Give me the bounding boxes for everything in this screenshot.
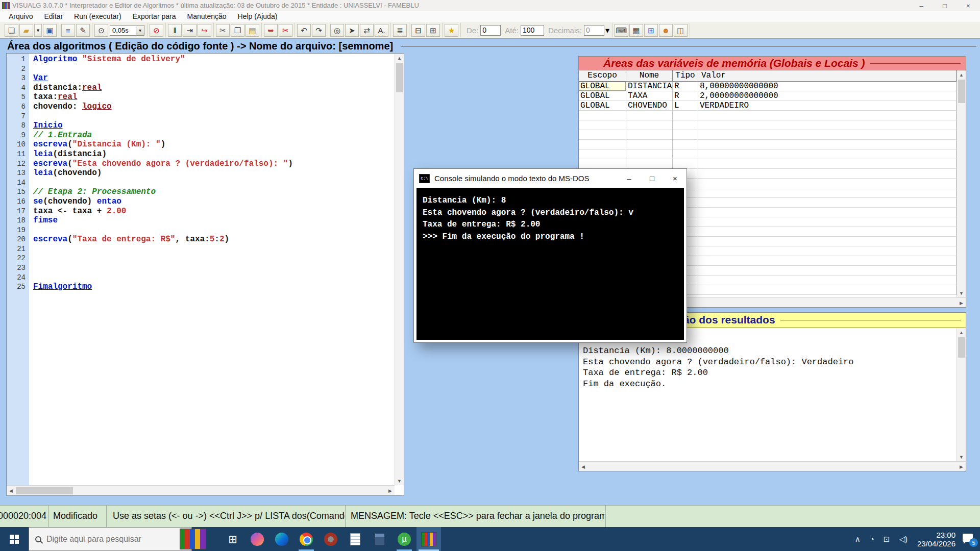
wizard-button[interactable]: ★ [445,24,458,37]
scroll-right-icon[interactable]: ▶ [386,486,395,495]
paste-icon: ▤ [249,27,256,34]
scroll-up-icon[interactable]: ▲ [957,70,966,79]
taskbar-app-browser-red[interactable] [318,527,343,551]
titlebar: VISUALG 3.0.7.0 * Interpretador e Editor… [0,0,980,11]
tray-expand-chevron-icon[interactable]: ∧ [855,535,861,544]
command-list-button[interactable]: ≣ [393,24,407,37]
replace-button[interactable]: ⇄ [360,24,374,37]
editor-vertical-scrollbar[interactable]: ▲ ▼ [395,54,404,485]
paste-button[interactable]: ▤ [246,24,259,37]
variables-vertical-scrollbar[interactable]: ▲ ▼ [957,70,966,297]
edit-source-button[interactable]: ✎ [76,24,90,37]
match-case-button[interactable]: A. [375,24,388,37]
scroll-thumb[interactable] [16,487,73,494]
show-report-button[interactable]: ≡ [61,24,75,37]
scroll-left-icon[interactable]: ◀ [579,462,587,471]
ate-input[interactable] [521,25,544,36]
decimais-dropdown-icon[interactable]: ▾ [605,26,609,35]
console-maximize-button[interactable]: □ [641,169,664,188]
taskbar-search[interactable] [29,527,192,551]
open-file-button[interactable]: ▰ [19,24,33,37]
step-execution-button[interactable]: ⇥ [183,24,197,37]
status-modified: Modificado [49,506,107,527]
export-button[interactable]: ➥ [264,24,278,37]
visualg-books-icon[interactable] [180,529,206,549]
code-line: 8Inicio [7,121,395,131]
undo-button[interactable]: ↶ [297,24,311,37]
copy-button[interactable]: ❐ [231,24,244,37]
console-titlebar[interactable]: C:\ Console simulando o modo texto do MS… [414,169,687,188]
print-preview-button[interactable]: ⊞ [426,24,440,37]
scroll-right-icon[interactable]: ▶ [957,298,966,307]
maximize-button[interactable]: □ [933,0,957,11]
scroll-thumb[interactable] [958,80,965,103]
tray-sync-icon[interactable]: ◔ [870,535,874,543]
close-button[interactable]: × [957,0,980,11]
results-line: Distancia (Km): 8.0000000000 [583,345,957,357]
editor-horizontal-scrollbar[interactable]: ◀ ▶ [7,485,395,495]
scroll-thumb[interactable] [396,63,403,92]
taskbar-app-calculator[interactable] [368,527,392,551]
calculator-button[interactable]: ▦ [629,24,643,37]
taskbar-app-chrome[interactable] [294,527,318,551]
redo-button[interactable]: ↷ [312,24,326,37]
code-area[interactable]: 1Algoritmo "Sistema de delivery"23Var4di… [7,55,395,485]
interval-dropdown-icon[interactable]: ▾ [136,25,144,36]
taskbar-app-edge[interactable] [270,527,294,551]
run-with-delay-button[interactable]: ⊙ [94,24,108,37]
breakpoint-button[interactable]: ✂ [279,24,292,37]
numeric-grid-button[interactable]: ⊞ [644,24,658,37]
interval-select[interactable]: 0,05s▾ [110,25,144,36]
exit-door-button[interactable]: ◫ [674,24,688,37]
tray-volume-icon[interactable]: ◁) [899,535,908,544]
scroll-left-icon[interactable]: ◀ [7,486,15,495]
console-screen[interactable]: Distancia (Km): 8Esta chovendo agora ? (… [416,188,684,340]
scroll-thumb[interactable] [958,337,965,358]
scroll-down-icon[interactable]: ▼ [957,289,966,297]
taskbar-app-copilot[interactable] [245,527,270,551]
stop-execution-button[interactable]: ⊘ [150,24,163,37]
menu-manuten-o[interactable]: Manutenção [181,11,232,22]
user-profile-button[interactable]: ☻ [659,24,673,37]
print-button[interactable]: ⊟ [411,24,425,37]
menu-run-executar[interactable]: Run (executar) [68,11,127,22]
cell [698,179,957,188]
taskbar-app-task-view[interactable]: ⊞ [220,527,245,551]
notification-center-button[interactable]: 5 [961,527,978,551]
scroll-right-icon[interactable]: ▶ [957,462,966,471]
find-next-button[interactable]: ➤ [345,24,359,37]
search-input[interactable] [46,535,164,544]
scroll-down-icon[interactable]: ▼ [395,477,404,485]
keyboard-button[interactable]: ⌨ [615,24,628,37]
line-number: 20 [7,235,29,244]
code-line: 7 [7,112,395,121]
scroll-down-icon[interactable]: ▼ [957,453,966,461]
taskbar-app-visualg[interactable] [416,527,441,551]
results-vertical-scrollbar[interactable]: ▲ ▼ [957,328,966,461]
menu-arquivo[interactable]: Arquivo [3,11,38,22]
cut-button[interactable]: ✂ [216,24,230,37]
new-file-button[interactable]: ❏ [5,24,18,37]
tray-network-icon[interactable]: ⊡ [884,535,890,544]
start-button[interactable] [0,527,29,551]
run-to-cursor-button[interactable]: ↪ [198,24,211,37]
cell [579,159,626,169]
console-minimize-button[interactable]: – [618,169,641,188]
menu-exportar-para[interactable]: Exportar para [127,11,182,22]
taskbar-clock[interactable]: 23:00 23/04/2026 [917,531,955,548]
menu-editar[interactable]: Editar [38,11,68,22]
console-close-button[interactable]: × [664,169,687,188]
pause-execution-button[interactable]: ‖ [168,24,182,37]
scroll-up-icon[interactable]: ▲ [395,54,404,62]
scroll-up-icon[interactable]: ▲ [957,328,966,337]
minimize-button[interactable]: – [910,0,933,11]
open-dropdown-button[interactable]: ▾ [34,24,42,37]
menu-help-ajuda[interactable]: Help (Ajuda) [232,11,283,22]
results-horizontal-scrollbar[interactable]: ◀ ▶ [579,461,966,471]
save-file-button[interactable]: ▣ [43,24,57,37]
find-button[interactable]: ◎ [330,24,344,37]
taskbar-app-notepad[interactable] [343,527,368,551]
taskbar-app-utorrent[interactable]: µ [392,527,416,551]
decimais-input[interactable] [584,25,604,36]
de-input[interactable] [480,25,501,36]
